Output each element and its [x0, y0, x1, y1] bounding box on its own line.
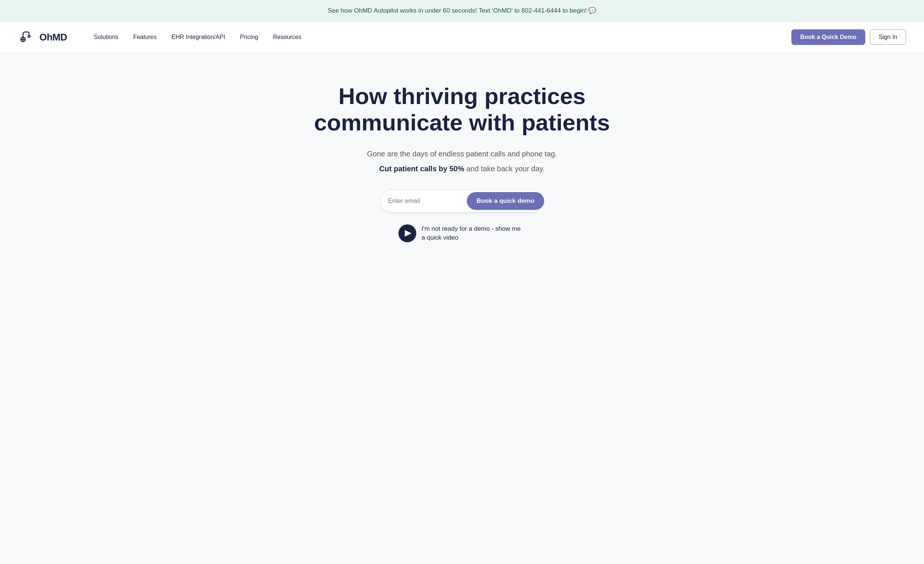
hero-bold-text: Cut patient calls by 50% [379, 165, 464, 173]
email-form: Book a quick demo [380, 190, 544, 212]
svg-rect-0 [19, 29, 35, 45]
video-link[interactable]: I'm not ready for a demo - show me a qui… [399, 224, 525, 242]
nav-solutions[interactable]: Solutions [88, 31, 124, 43]
banner-text: See how OhMD Autopilot works in under 60… [328, 7, 597, 14]
video-link-text: I'm not ready for a demo - show me a qui… [422, 224, 525, 242]
hero-subtitle-line1: Gone are the days of endless patient cal… [367, 148, 557, 160]
nav-links: Solutions Features EHR Integration/API P… [88, 31, 779, 43]
ohmd-logo-icon [18, 28, 36, 46]
nav-pricing[interactable]: Pricing [234, 31, 264, 43]
play-button-icon[interactable] [399, 224, 416, 242]
nav-sign-in-button[interactable]: Sign In [870, 29, 906, 45]
nav-resources[interactable]: Resources [267, 31, 308, 43]
email-input[interactable] [388, 194, 467, 208]
svg-point-3 [28, 36, 29, 37]
hero-subtitle-line2: Cut patient calls by 50% and take back y… [379, 163, 544, 175]
hero-section: How thriving practices communicate with … [0, 53, 924, 265]
hero-title: How thriving practices communicate with … [314, 83, 610, 136]
nav-ehr-integration[interactable]: EHR Integration/API [166, 31, 231, 43]
logo-link[interactable]: OhMD [18, 28, 67, 46]
hero-book-demo-button[interactable]: Book a quick demo [467, 192, 544, 210]
nav-features[interactable]: Features [127, 31, 162, 43]
logo-text: OhMD [39, 31, 67, 43]
main-nav: OhMD Solutions Features EHR Integration/… [0, 22, 924, 53]
announcement-banner: See how OhMD Autopilot works in under 60… [0, 0, 924, 22]
nav-book-demo-button[interactable]: Book a Quick Demo [791, 29, 865, 45]
hero-suffix-text: and take back your day. [464, 165, 544, 173]
nav-cta-area: Book a Quick Demo Sign In [791, 29, 906, 45]
